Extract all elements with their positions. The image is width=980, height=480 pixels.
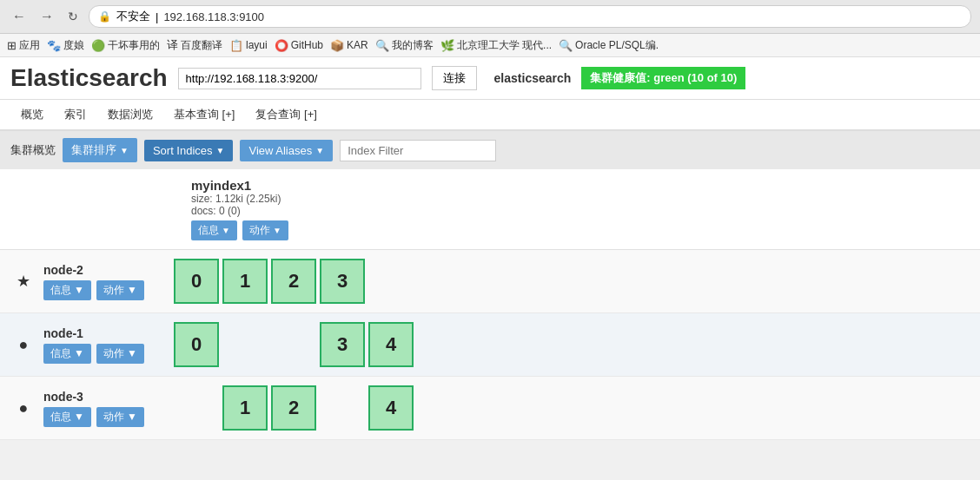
nav-tabs: 概览 索引 数据浏览 基本查询 [+] 复合查询 [+] (0, 100, 980, 131)
bookmark-baidu[interactable]: 🐾 度娘 (47, 38, 84, 53)
node-action-btn-node-3[interactable]: 动作 ▼ (96, 407, 144, 427)
shard-node-2-3[interactable]: 3 (320, 259, 365, 304)
sort-indices-label: Sort Indices (153, 144, 213, 157)
shard-placeholder-node-1-1 (222, 322, 268, 367)
shard-node-1-0[interactable]: 0 (174, 322, 219, 367)
shard-node-3-1[interactable]: 1 (222, 385, 268, 431)
bookmark-github[interactable]: ⭕ GitHub (275, 39, 323, 52)
node-icon-node-3: ● (10, 399, 36, 418)
shard-node-3-4[interactable]: 4 (368, 385, 414, 431)
translate-icon: 译 (167, 37, 178, 53)
bookmark-label-github: GitHub (291, 39, 323, 51)
bookmark-bit[interactable]: 🌿 北京理工大学 现代... (440, 38, 552, 53)
bookmark-label-oracle: Oracle PL/SQL编. (575, 38, 659, 53)
node-row-node-1: ●node-1信息 ▼动作 ▼034 (0, 313, 980, 377)
shard-node-1-4[interactable]: 4 (368, 322, 414, 367)
address-bar[interactable]: 🔒 不安全 | 192.168.118.3:9100 (89, 5, 971, 28)
node-name-node-1: node-1 (43, 326, 174, 340)
node-name-node-3: node-3 (43, 390, 174, 404)
cluster-overview-label: 集群概览 (10, 142, 56, 158)
security-label: 不安全 (116, 9, 150, 24)
index-docs: docs: 0 (0) (191, 205, 288, 217)
tab-data-browse[interactable]: 数据浏览 (97, 100, 163, 131)
layui-icon: 📋 (229, 39, 243, 52)
connect-button[interactable]: 连接 (432, 66, 477, 90)
cluster-sort-chevron: ▼ (120, 146, 129, 155)
shard-placeholder-node-3-3 (320, 385, 365, 431)
node-action-btn-node-2[interactable]: 动作 ▼ (96, 280, 144, 300)
node-btn-group-node-3: 信息 ▼动作 ▼ (43, 407, 174, 427)
bookmark-apps[interactable]: ⊞ 应用 (7, 38, 40, 53)
index-info-button[interactable]: 信息 ▼ (191, 220, 237, 240)
lock-icon: 🔒 (98, 10, 111, 23)
node-btn-group-node-2: 信息 ▼动作 ▼ (43, 280, 174, 300)
bookmark-myblog[interactable]: 🔍 我的博客 (375, 38, 434, 53)
index-action-chevron: ▼ (273, 226, 281, 235)
node-info-btn-node-3[interactable]: 信息 ▼ (43, 407, 91, 427)
forward-button[interactable]: → (36, 7, 57, 26)
shards-area-node-2: 0123 (174, 259, 970, 304)
index-info-row: myindex1 size: 1.12ki (2.25ki) docs: 0 (… (0, 169, 980, 250)
cluster-sort-button[interactable]: 集群排序 ▼ (63, 138, 137, 162)
bookmarks-bar: ⊞ 应用 🐾 度娘 🟢 干坏事用的 译 百度翻译 📋 layui ⭕ GitHu… (0, 34, 980, 57)
shard-node-2-0[interactable]: 0 (174, 259, 219, 304)
tab-basic-query[interactable]: 基本查询 [+] (163, 100, 245, 131)
shard-node-3-2[interactable]: 2 (271, 385, 316, 431)
main-content: myindex1 size: 1.12ki (2.25ki) docs: 0 (… (0, 169, 980, 440)
bookmark-label-apps: 应用 (19, 38, 40, 53)
index-size: size: 1.12ki (2.25ki) (191, 193, 288, 205)
oracle-icon: 🔍 (559, 39, 573, 52)
bookmark-hack[interactable]: 🟢 干坏事用的 (91, 38, 160, 53)
baidu-icon: 🐾 (47, 39, 61, 52)
node-action-btn-node-1[interactable]: 动作 ▼ (96, 344, 144, 364)
cluster-sort-label: 集群排序 (71, 142, 116, 158)
tab-compound-query[interactable]: 复合查询 [+] (245, 100, 327, 131)
shard-node-2-1[interactable]: 1 (222, 259, 268, 304)
node-info-node-2: node-2信息 ▼动作 ▼ (43, 263, 174, 300)
view-aliases-button[interactable]: View Aliases ▼ (240, 140, 333, 161)
hack-icon: 🟢 (91, 39, 105, 52)
index-action-button[interactable]: 动作 ▼ (242, 220, 288, 240)
tab-indices[interactable]: 索引 (54, 100, 97, 131)
shard-node-2-2[interactable]: 2 (271, 259, 316, 304)
shard-placeholder-node-3-0 (174, 385, 219, 431)
node-info-btn-node-1[interactable]: 信息 ▼ (43, 344, 91, 364)
node-rows-container: ★node-2信息 ▼动作 ▼0123●node-1信息 ▼动作 ▼034●no… (0, 250, 980, 440)
shards-area-node-1: 034 (174, 322, 970, 367)
browser-bar: ← → ↻ 🔒 不安全 | 192.168.118.3:9100 (0, 0, 980, 34)
index-name: myindex1 (191, 178, 288, 193)
bookmark-label-bit: 北京理工大学 现代... (457, 38, 552, 53)
node-info-btn-node-2[interactable]: 信息 ▼ (43, 280, 91, 300)
node-icon-node-1: ● (10, 336, 36, 354)
bookmark-kar[interactable]: 📦 KAR (330, 39, 368, 52)
reload-button[interactable]: ↻ (64, 8, 82, 25)
index-filter-input[interactable] (340, 140, 496, 161)
github-icon: ⭕ (275, 39, 288, 52)
node-row-node-3: ●node-3信息 ▼动作 ▼124 (0, 377, 980, 440)
bookmark-label-kar: KAR (347, 39, 368, 51)
index-btn-group: 信息 ▼ 动作 ▼ (191, 220, 288, 240)
node-info-node-1: node-1信息 ▼动作 ▼ (43, 326, 174, 364)
view-aliases-label: View Aliases (248, 144, 312, 157)
bookmark-label-myblog: 我的博客 (392, 38, 434, 53)
bit-icon: 🌿 (440, 39, 454, 52)
bookmark-layui[interactable]: 📋 layui (229, 39, 268, 52)
node-btn-group-node-1: 信息 ▼动作 ▼ (43, 344, 174, 364)
bookmark-label-layui: layui (246, 39, 268, 51)
health-badge: 集群健康值: green (10 of 10) (581, 67, 745, 89)
bookmark-translate[interactable]: 译 百度翻译 (167, 37, 222, 53)
bookmark-oracle[interactable]: 🔍 Oracle PL/SQL编. (559, 38, 659, 53)
shards-area-node-3: 124 (174, 385, 970, 431)
back-button[interactable]: ← (9, 7, 30, 26)
index-info-chevron: ▼ (222, 226, 230, 235)
apps-icon: ⊞ (7, 39, 17, 52)
shard-node-1-3[interactable]: 3 (320, 322, 365, 367)
tab-overview[interactable]: 概览 (10, 100, 54, 131)
es-url-input[interactable] (178, 68, 421, 89)
kar-icon: 📦 (330, 39, 344, 52)
toolbar: 集群概览 集群排序 ▼ Sort Indices ▼ View Aliases … (0, 131, 980, 169)
node-name-node-2: node-2 (43, 263, 174, 277)
bookmark-label-baidu: 度娘 (63, 38, 84, 53)
sort-indices-button[interactable]: Sort Indices ▼ (144, 140, 234, 161)
index-info-label: 信息 (198, 223, 219, 238)
